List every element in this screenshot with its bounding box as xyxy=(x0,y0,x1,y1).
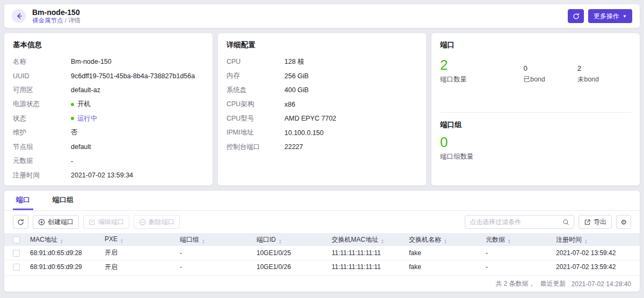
info-value: default xyxy=(71,143,91,151)
status-dot-icon xyxy=(71,103,74,106)
tab-port-groups[interactable]: 端口组 xyxy=(49,191,77,210)
sort-icon[interactable]: ▲▼ xyxy=(508,239,511,244)
gear-icon: ⚙ xyxy=(620,218,627,226)
column-header[interactable]: 交换机名称▲▼ xyxy=(407,233,484,246)
sort-icon[interactable]: ▲▼ xyxy=(120,239,123,244)
row-checkbox[interactable] xyxy=(13,264,20,271)
info-label: CPU型号 xyxy=(226,114,284,123)
info-value-text: 2021-07-02 13:59:34 xyxy=(71,172,133,179)
table-cell: 开启 xyxy=(103,260,178,274)
info-value: x86 xyxy=(284,101,295,108)
table-cell: 2021-07-02 13:59:42 xyxy=(554,246,640,260)
info-value: 22227 xyxy=(284,143,303,151)
info-value-text: 否 xyxy=(71,128,78,137)
breadcrumb-current: / 详情 xyxy=(65,17,80,24)
sort-icon[interactable]: ▲▼ xyxy=(444,239,447,244)
table-row: 68:91:d0:65:d9:28开启-10GE1/0/2511:11:11:1… xyxy=(4,246,640,260)
breadcrumb-link[interactable]: 裸金属节点 xyxy=(32,17,63,24)
info-value[interactable]: 运行中 xyxy=(71,114,98,123)
info-value: default-az xyxy=(71,86,100,94)
info-value: Bm-node-150 xyxy=(71,58,112,65)
sort-icon[interactable]: ▲▼ xyxy=(381,239,384,244)
port-count-label: 端口数量 xyxy=(440,75,523,84)
info-label: 注册时间 xyxy=(13,171,71,180)
table-cell: 11:11:11:11:11:11 xyxy=(330,260,407,274)
column-header[interactable]: 元数据▲▼ xyxy=(484,233,554,246)
info-value: 开机 xyxy=(71,100,91,109)
basic-info-card: 基本信息 名称Bm-node-150UUID9c6dff19-7501-45ba… xyxy=(4,33,213,185)
table-cell: 10GE1/0/25 xyxy=(254,246,330,260)
sort-icon[interactable]: ▲▼ xyxy=(279,239,282,244)
back-button[interactable] xyxy=(12,9,26,23)
table-cell: 11:11:11:11:11:11 xyxy=(330,246,407,260)
info-value-text: 400 GiB xyxy=(284,86,309,94)
status-dot-icon xyxy=(71,117,74,120)
arrow-left-icon xyxy=(15,12,23,20)
column-header[interactable]: 注册时间▲▼ xyxy=(554,233,640,246)
info-value-text: default-az xyxy=(71,86,100,94)
info-label: 维护 xyxy=(13,128,71,137)
record-count: 共 2 条数据， xyxy=(495,279,535,288)
page-title: Bm-node-150 xyxy=(32,8,80,17)
column-header[interactable]: 交换机MAC地址▲▼ xyxy=(330,233,407,246)
info-label: 元数据 xyxy=(13,157,71,166)
info-label: 节点组 xyxy=(13,143,71,152)
info-row: 可用区default-az xyxy=(13,83,204,98)
info-row: 系统盘400 GiB xyxy=(226,83,418,98)
port-group-count-label: 端口组数量 xyxy=(440,152,631,161)
search-icon xyxy=(562,219,569,226)
table-header-row: MAC地址▲▼PXE▲▼端口组▲▼端口ID▲▼交换机MAC地址▲▼交换机名称▲▼… xyxy=(4,233,640,246)
refresh-icon xyxy=(17,219,24,226)
updated-label: 最近更新 xyxy=(540,279,566,288)
export-button[interactable]: 导出 xyxy=(579,215,612,229)
export-label: 导出 xyxy=(594,218,606,227)
filter-search-box[interactable] xyxy=(465,215,574,229)
select-all-checkbox[interactable] xyxy=(13,236,20,243)
table-footer: 共 2 条数据， 最近更新 2021-07-02 14:28:40 xyxy=(4,275,640,292)
info-value-text: 256 GiB xyxy=(284,72,309,80)
info-value-text[interactable]: 运行中 xyxy=(77,114,98,123)
info-row: 名称Bm-node-150 xyxy=(13,55,204,69)
sort-icon[interactable]: ▲▼ xyxy=(60,239,63,244)
delete-port-button[interactable]: 删除端口 xyxy=(134,215,180,229)
info-row: CPU架构x86 xyxy=(226,98,418,112)
column-header[interactable]: 端口ID▲▼ xyxy=(254,233,330,246)
edit-port-button[interactable]: 编辑端口 xyxy=(83,215,129,229)
table-settings-button[interactable]: ⚙ xyxy=(616,215,631,229)
info-label: 电源状态 xyxy=(13,100,71,109)
row-checkbox[interactable] xyxy=(13,250,20,257)
refresh-icon xyxy=(573,13,580,20)
table-cell: 10GE1/0/26 xyxy=(254,260,330,274)
info-label: IPMI地址 xyxy=(226,128,284,137)
port-groups-title: 端口组 xyxy=(440,120,631,130)
more-actions-button[interactable]: 更多操作 ▼ xyxy=(588,9,632,23)
tab-ports[interactable]: 端口 xyxy=(13,191,33,210)
column-header[interactable]: 端口组▲▼ xyxy=(178,233,254,246)
info-value: 否 xyxy=(71,128,78,137)
refresh-button[interactable] xyxy=(568,9,584,23)
info-label: 状态 xyxy=(13,114,71,123)
info-row: CPU型号AMD EPYC 7702 xyxy=(226,111,418,126)
column-header[interactable]: MAC地址▲▼ xyxy=(28,233,103,246)
page-header: Bm-node-150 裸金属节点 / 详情 更多操作 ▼ xyxy=(4,4,640,28)
table-cell: fake xyxy=(407,260,484,274)
info-label: CPU架构 xyxy=(226,100,284,109)
table-cell: 68:91:d0:65:d9:29 xyxy=(28,260,103,274)
info-row: 内存256 GiB xyxy=(226,69,418,84)
sort-icon[interactable]: ▲▼ xyxy=(202,239,205,244)
basic-info-title: 基本信息 xyxy=(13,40,204,50)
filter-search-input[interactable] xyxy=(470,218,562,226)
column-header[interactable]: PXE▲▼ xyxy=(103,233,178,246)
create-port-button[interactable]: 创建端口 xyxy=(33,215,79,229)
delete-port-label: 删除端口 xyxy=(149,218,174,227)
more-actions-label: 更多操作 xyxy=(594,12,619,21)
sort-icon[interactable]: ▲▼ xyxy=(584,239,588,244)
table-refresh-button[interactable] xyxy=(13,215,28,229)
info-value-text: default xyxy=(71,143,91,151)
info-value-text: 9c6dff19-7501-45ba-8b4a-738827b1d56a xyxy=(71,72,195,80)
info-value-text: AMD EPYC 7702 xyxy=(284,115,336,122)
table-cell: - xyxy=(178,260,254,274)
table-cell: - xyxy=(484,246,554,260)
info-label: 内存 xyxy=(226,71,284,80)
tabs: 端口端口组 xyxy=(4,191,640,211)
